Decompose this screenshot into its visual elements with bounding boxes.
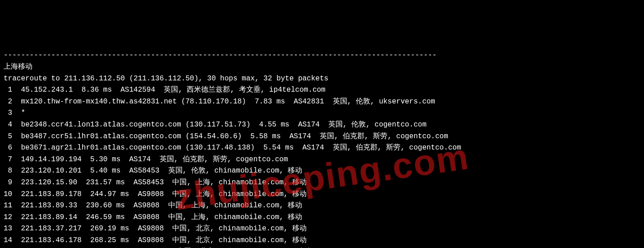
hops-list: 1 45.152.243.1 8.36 ms AS142594 英国, 西米德兰…: [4, 84, 640, 248]
hop-line: 12 221.183.89.14 246.59 ms AS9808 中国, 上海…: [4, 212, 640, 224]
hop-line: 11 221.183.89.33 230.60 ms AS9808 中国, 上海…: [4, 200, 640, 212]
hop-line: 2 mx120.thw-from-mx140.thw.as42831.net (…: [4, 96, 640, 108]
hop-line: 13 221.183.37.217 269.19 ms AS9808 中国, 北…: [4, 223, 640, 235]
hop-line: 9 223.120.15.90 231.57 ms AS58453 中国, 上海…: [4, 177, 640, 189]
separator-line: ----------------------------------------…: [4, 50, 640, 61]
hop-line: 8 223.120.10.201 5.40 ms AS58453 英国, 伦敦,…: [4, 165, 640, 177]
header-label: 上海移动: [4, 61, 640, 73]
hop-line: 4 be2348.ccr41.lon13.atlas.cogentco.com …: [4, 119, 640, 131]
hop-line: 3 *: [4, 108, 640, 119]
hop-line: 15 221.183.110.162 264.49 ms AS9808 中国, …: [4, 246, 640, 248]
hop-line: 5 be3487.ccr51.lhr01.atlas.cogentco.com …: [4, 131, 640, 143]
hop-line: 7 149.14.199.194 5.30 ms AS174 英国, 伯克郡, …: [4, 154, 640, 166]
hop-line: 6 be3671.agr21.lhr01.atlas.cogentco.com …: [4, 142, 640, 154]
hop-line: 10 221.183.89.178 244.97 ms AS9808 中国, 上…: [4, 189, 640, 201]
traceroute-header: traceroute to 211.136.112.50 (211.136.11…: [4, 73, 640, 85]
hop-line: 1 45.152.243.1 8.36 ms AS142594 英国, 西米德兰…: [4, 84, 640, 96]
hop-line: 14 221.183.46.178 268.25 ms AS9808 中国, 北…: [4, 235, 640, 247]
